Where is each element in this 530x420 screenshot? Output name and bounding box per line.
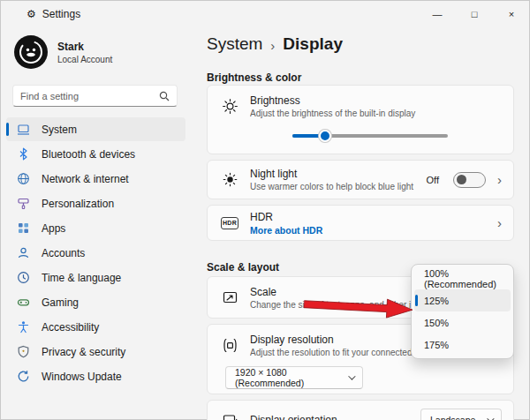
- orientation-icon: [221, 412, 238, 420]
- breadcrumb: System › Display: [207, 34, 343, 54]
- maximize-button[interactable]: □: [456, 0, 493, 28]
- breadcrumb-separator-icon: ›: [270, 38, 275, 53]
- chevron-down-icon: [348, 372, 355, 379]
- search-box[interactable]: [12, 85, 178, 107]
- sidebar-item-label: Accessibility: [42, 321, 99, 334]
- sidebar-item-label: Network & internet: [42, 173, 129, 185]
- bluetooth-icon: [16, 147, 30, 161]
- game-controller-icon: [16, 296, 30, 310]
- person-icon: [16, 246, 30, 260]
- sidebar-item-windows-update[interactable]: Windows Update: [6, 364, 186, 388]
- night-light-subtitle: Use warmer colors to help block blue lig…: [250, 182, 415, 191]
- brightness-title: Brightness: [250, 94, 502, 107]
- brightness-sun-icon: [221, 98, 238, 115]
- sidebar-item-accounts[interactable]: Accounts: [6, 241, 186, 265]
- orientation-select[interactable]: Landscape: [420, 409, 502, 420]
- chevron-down-icon: [487, 415, 494, 420]
- apps-grid-icon: [16, 221, 30, 236]
- scale-option[interactable]: 100% (Recommended): [414, 267, 511, 289]
- page-title: Display: [283, 34, 343, 54]
- section-heading-scale-layout: Scale & layout: [207, 261, 279, 274]
- resolution-select[interactable]: 1920 × 1080 (Recommended): [225, 366, 363, 389]
- brightness-slider[interactable]: [292, 130, 448, 142]
- app-title: Settings: [42, 8, 80, 20]
- section-heading-brightness-color: Brightness & color: [207, 71, 301, 84]
- minimize-button[interactable]: —: [419, 0, 456, 28]
- sidebar-item-personalization[interactable]: Personalization: [6, 191, 186, 215]
- sidebar-item-label: Accounts: [42, 247, 85, 259]
- night-light-toggle-label: Off: [427, 175, 439, 185]
- sidebar-item-apps[interactable]: Apps: [6, 216, 186, 240]
- sidebar-item-time-language[interactable]: Time & language: [6, 266, 186, 289]
- close-button[interactable]: ×: [493, 0, 530, 28]
- user-name: Stark: [57, 41, 112, 53]
- chevron-right-icon: ›: [497, 216, 502, 229]
- sidebar-item-label: Apps: [42, 222, 65, 235]
- sidebar-item-label: Privacy & security: [42, 346, 125, 358]
- chevron-right-icon: ›: [497, 173, 502, 186]
- maximize-icon: □: [472, 9, 478, 19]
- brightness-slider-thumb[interactable]: [319, 130, 331, 142]
- user-text: Stark Local Account: [57, 41, 112, 64]
- resolution-value: 1920 × 1080 (Recommended): [235, 367, 348, 388]
- avatar: [14, 35, 48, 69]
- brightness-text: Brightness Adjust the brightness of the …: [250, 94, 502, 118]
- sidebar-item-gaming[interactable]: Gaming: [6, 290, 186, 314]
- close-icon: ×: [509, 9, 514, 19]
- sidebar-item-label: Time & language: [42, 272, 121, 284]
- minimize-icon: —: [433, 9, 443, 19]
- accessibility-person-icon: [16, 320, 30, 334]
- hdr-icon: HDR: [221, 217, 238, 229]
- sidebar-nav: System Bluetooth & devices Network & int…: [6, 117, 186, 389]
- breadcrumb-system[interactable]: System: [207, 34, 262, 54]
- sidebar-item-label: Windows Update: [42, 371, 122, 383]
- night-light-toggle[interactable]: [453, 172, 486, 188]
- night-light-icon: [221, 171, 238, 188]
- sidebar-item-bluetooth[interactable]: Bluetooth & devices: [6, 142, 186, 166]
- display-orientation-card: Display orientation Landscape: [207, 400, 514, 420]
- sidebar-item-label: Personalization: [42, 198, 114, 210]
- scale-option[interactable]: 150%: [414, 311, 511, 334]
- night-light-title: Night light: [250, 168, 415, 180]
- sidebar-item-label: Bluetooth & devices: [42, 148, 135, 161]
- titlebar: ⚙ Settings — □ ×: [0, 0, 530, 28]
- hdr-card[interactable]: HDR HDR More about HDR ›: [207, 205, 514, 241]
- resolution-icon: [221, 337, 238, 354]
- settings-gear-icon: ⚙: [26, 9, 36, 19]
- sidebar-item-label: System: [42, 124, 77, 136]
- paintbrush-icon: [16, 197, 30, 211]
- window-controls: — □ ×: [419, 0, 530, 28]
- clock-icon: [16, 271, 30, 285]
- scale-dropdown-menu: 100% (Recommended) 125% 150% 175%: [411, 264, 514, 359]
- shield-icon: [16, 345, 30, 359]
- search-icon: [159, 91, 170, 101]
- toggle-knob: [457, 175, 466, 184]
- sidebar-item-accessibility[interactable]: Accessibility: [6, 315, 186, 339]
- hdr-more-link[interactable]: More about HDR: [250, 225, 486, 236]
- night-light-card[interactable]: Night light Use warmer colors to help bl…: [207, 160, 514, 199]
- globe-icon: [16, 172, 30, 186]
- brightness-subtitle: Adjust the brightness of the built-in di…: [250, 109, 502, 118]
- scale-option[interactable]: 125%: [414, 289, 511, 311]
- sidebar-item-system[interactable]: System: [6, 117, 186, 141]
- hdr-title: HDR: [250, 211, 486, 223]
- scale-icon: [221, 289, 238, 306]
- sidebar-item-label: Gaming: [42, 296, 79, 309]
- app-title-group: ⚙ Settings: [0, 8, 80, 20]
- brightness-card: Brightness Adjust the brightness of the …: [207, 85, 514, 154]
- sidebar-item-privacy[interactable]: Privacy & security: [6, 340, 186, 364]
- update-arrows-icon: [16, 370, 30, 384]
- user-account-type: Local Account: [57, 55, 112, 64]
- orientation-text: Display orientation: [250, 414, 409, 420]
- hdr-text: HDR More about HDR: [250, 211, 486, 236]
- sidebar-item-network[interactable]: Network & internet: [6, 167, 186, 191]
- user-profile[interactable]: Stark Local Account: [14, 35, 112, 69]
- orientation-value: Landscape: [430, 415, 475, 420]
- night-light-text: Night light Use warmer colors to help bl…: [250, 168, 415, 191]
- orientation-title: Display orientation: [250, 414, 409, 420]
- system-icon: [16, 123, 30, 137]
- search-input[interactable]: [13, 91, 159, 101]
- scale-option[interactable]: 175%: [414, 334, 511, 356]
